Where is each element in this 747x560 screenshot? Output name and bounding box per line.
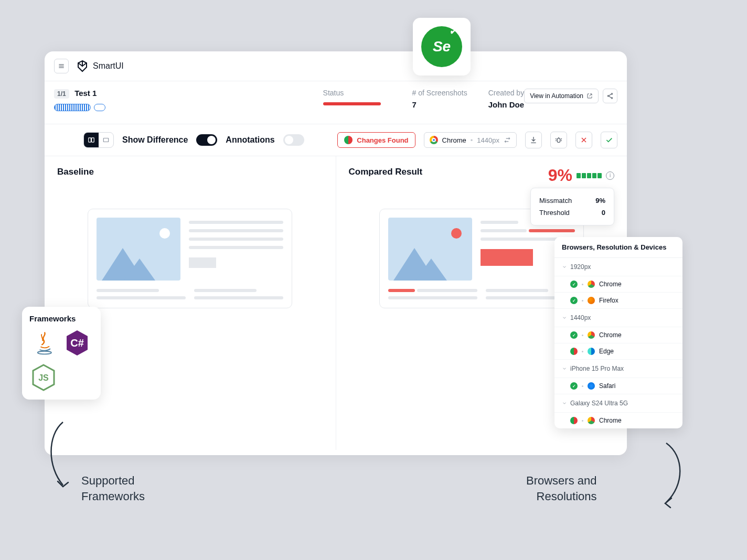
test-chip[interactable] xyxy=(94,104,105,111)
resolution-value: 1440px xyxy=(477,136,499,144)
mismatch-tooltip: Missmatch9% Threshold0 xyxy=(530,188,614,225)
status-icon xyxy=(570,331,578,339)
selenium-badge: Se✓ xyxy=(413,18,471,76)
edge-icon xyxy=(588,348,595,355)
firefox-icon xyxy=(588,297,595,304)
preview-image xyxy=(97,218,180,281)
browsers-panel-title: Browsers, Resolution & Devices xyxy=(554,237,682,258)
chrome-icon xyxy=(430,136,438,144)
status-icon xyxy=(570,297,578,304)
browser-name: Chrome xyxy=(599,331,622,339)
nodejs-icon: JS xyxy=(29,363,58,392)
toolbar: Show Difference Annotations Changes Foun… xyxy=(45,124,627,156)
screenshots-column: # of Screenshots 7 xyxy=(412,89,467,109)
status-column: Status xyxy=(323,89,381,105)
menu-button[interactable] xyxy=(54,59,69,73)
frameworks-card: Frameworks C# JS xyxy=(22,307,101,400)
svg-point-3 xyxy=(611,93,612,94)
svg-point-19 xyxy=(38,351,51,354)
test-name: Test 1 xyxy=(74,89,97,98)
compare-area: Baseline Compare xyxy=(45,156,627,450)
chrome-icon xyxy=(588,417,595,424)
browser-name: Chrome xyxy=(599,417,622,424)
main-window: SmartUI 1/1 Test 1 Status # of Screensho… xyxy=(45,51,627,455)
svg-rect-11 xyxy=(557,138,560,143)
severity-squares xyxy=(577,173,602,178)
view-mode-split[interactable] xyxy=(84,133,99,147)
status-bar xyxy=(323,102,381,105)
chrome-icon xyxy=(588,281,595,288)
baseline-preview xyxy=(88,209,292,308)
test-info: 1/1 Test 1 xyxy=(54,89,311,111)
test-chips xyxy=(54,104,311,111)
created-label: Created by xyxy=(488,89,524,97)
annotations-toggle[interactable] xyxy=(283,134,304,146)
browser-group-header[interactable]: 1440px xyxy=(554,309,682,327)
chrome-icon xyxy=(588,331,595,339)
show-diff-label: Show Difference xyxy=(122,135,188,145)
mismatch-value: 9% xyxy=(595,197,605,204)
browser-group-header[interactable]: iPhone 15 Pro Max xyxy=(554,360,682,378)
reject-button[interactable] xyxy=(575,132,592,148)
mismatch-percent: 9% i xyxy=(548,166,614,185)
download-button[interactable] xyxy=(525,132,542,148)
browser-row[interactable]: Chrome xyxy=(554,413,682,428)
svg-line-7 xyxy=(609,96,612,98)
header-row: 1/1 Test 1 Status # of Screenshots 7 Cre… xyxy=(45,81,627,124)
csharp-icon: C# xyxy=(63,328,91,358)
created-column: Created by John Doe xyxy=(488,89,524,109)
browser-name: Chrome xyxy=(442,136,466,144)
frameworks-grid: C# JS xyxy=(29,328,93,392)
browser-name: Safari xyxy=(599,382,615,390)
svg-text:JS: JS xyxy=(38,373,49,382)
status-label: Status xyxy=(323,89,381,97)
svg-point-5 xyxy=(611,98,612,99)
screenshots-value: 7 xyxy=(412,100,467,109)
browsers-panel: Browsers, Resolution & Devices 1920pxChr… xyxy=(554,237,682,428)
status-icon xyxy=(570,348,578,355)
share-button[interactable] xyxy=(603,89,617,103)
arrow-icon xyxy=(645,440,692,509)
frameworks-title: Frameworks xyxy=(29,314,93,323)
selenium-icon: Se✓ xyxy=(421,26,462,67)
accept-button[interactable] xyxy=(601,132,617,148)
changes-found-label: Changes Found xyxy=(357,136,408,144)
browser-group-header[interactable]: Galaxy S24 Ultra 5G xyxy=(554,394,682,413)
browser-name: Firefox xyxy=(599,297,618,304)
changes-status-icon xyxy=(344,136,353,144)
show-diff-toggle[interactable] xyxy=(196,134,217,146)
browser-row[interactable]: Chrome xyxy=(554,327,682,343)
view-mode-toggle xyxy=(83,132,114,148)
baseline-title: Baseline xyxy=(57,167,323,177)
changes-found-chip[interactable]: Changes Found xyxy=(337,132,415,148)
logo: SmartUI xyxy=(76,60,124,72)
browser-row[interactable]: Firefox xyxy=(554,293,682,309)
browser-resolution-chip[interactable]: Chrome • 1440px xyxy=(424,132,517,148)
browser-row[interactable]: Edge xyxy=(554,343,682,360)
percent-value: 9% xyxy=(548,166,572,185)
browser-row[interactable]: Chrome xyxy=(554,276,682,293)
browser-name: Edge xyxy=(599,348,614,355)
info-icon[interactable]: i xyxy=(606,171,614,180)
threshold-label: Threshold xyxy=(539,209,570,217)
svg-line-14 xyxy=(561,138,562,139)
test-chip[interactable] xyxy=(54,104,91,111)
bug-button[interactable] xyxy=(550,132,567,148)
browser-group-header[interactable]: 1920px xyxy=(554,258,682,276)
status-icon xyxy=(570,417,578,424)
safari-icon xyxy=(588,382,595,390)
svg-rect-8 xyxy=(89,138,91,142)
java-icon xyxy=(29,328,58,358)
view-automation-button[interactable]: View in Automation xyxy=(524,89,599,103)
status-icon xyxy=(570,382,578,390)
svg-line-13 xyxy=(556,138,557,139)
svg-rect-10 xyxy=(103,138,108,142)
topbar: SmartUI xyxy=(45,51,627,81)
svg-line-6 xyxy=(609,94,612,96)
status-icon xyxy=(570,281,578,288)
test-counter-badge: 1/1 xyxy=(54,89,69,99)
view-mode-single[interactable] xyxy=(99,133,113,147)
browser-name: Chrome xyxy=(599,281,622,288)
browser-row[interactable]: Safari xyxy=(554,378,682,394)
caption-frameworks: Supported Frameworks xyxy=(81,473,145,504)
